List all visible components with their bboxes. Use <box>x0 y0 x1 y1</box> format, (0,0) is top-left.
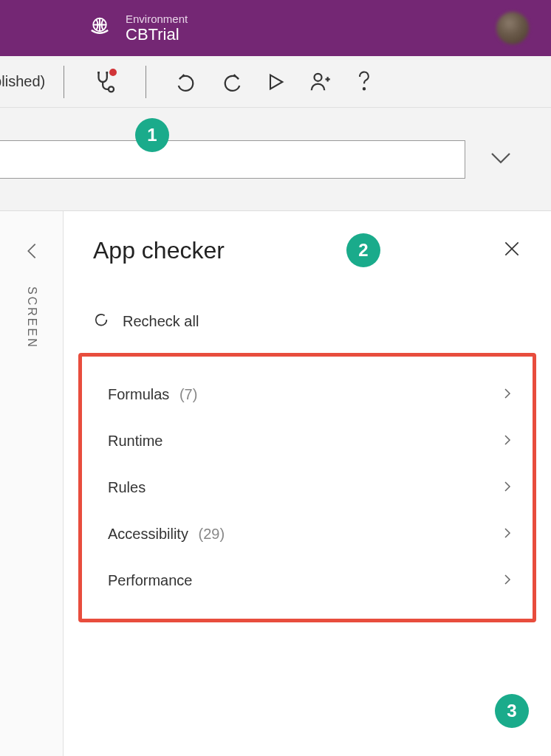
checker-header: App checker 2 <box>93 233 536 267</box>
chevron-right-icon <box>501 480 514 496</box>
redo-button[interactable] <box>215 66 247 98</box>
header-bar: Environment CBTrial <box>0 0 551 56</box>
toolbar: ublished) <box>0 56 551 108</box>
environment-name: CBTrial <box>126 25 188 44</box>
category-runtime[interactable]: Runtime <box>89 418 525 464</box>
categories-box: Formulas (7) Runtime Rules <box>78 353 536 622</box>
category-label: Runtime <box>108 433 168 450</box>
category-rules[interactable]: Rules <box>89 464 525 511</box>
app-checker-panel: App checker 2 Recheck all Formulas (7) <box>64 211 551 756</box>
back-button[interactable] <box>21 241 42 264</box>
recheck-all-button[interactable]: Recheck all <box>93 312 536 331</box>
callout-badge-2: 2 <box>346 233 380 267</box>
published-status: ublished) <box>0 73 45 90</box>
notification-dot-icon <box>109 69 117 76</box>
svg-point-3 <box>363 88 365 89</box>
category-label: Formulas (7) <box>108 386 197 403</box>
avatar[interactable] <box>496 12 529 44</box>
category-label: Accessibility (29) <box>108 526 225 543</box>
category-label: Performance <box>108 572 199 589</box>
undo-button[interactable] <box>171 66 203 98</box>
divider <box>64 66 64 98</box>
category-performance[interactable]: Performance <box>89 557 525 604</box>
category-label: Rules <box>108 479 151 496</box>
screen-label: SCREEN <box>25 286 38 349</box>
callout-badge-1: 1 <box>135 118 169 152</box>
callout-badge-3: 3 <box>495 694 529 728</box>
divider <box>146 66 146 98</box>
category-formulas[interactable]: Formulas (7) <box>89 371 525 418</box>
svg-point-2 <box>315 73 322 80</box>
environment-block[interactable]: Environment CBTrial <box>126 13 188 44</box>
globe-icon <box>89 16 111 41</box>
category-accessibility[interactable]: Accessibility (29) <box>89 511 525 557</box>
chevron-right-icon <box>501 387 514 403</box>
environment-label: Environment <box>126 13 188 25</box>
checker-title: App checker <box>93 237 225 264</box>
play-button[interactable] <box>259 66 292 98</box>
close-button[interactable] <box>502 239 521 261</box>
app-checker-button[interactable] <box>89 66 121 98</box>
chevron-right-icon <box>501 573 514 589</box>
refresh-icon <box>93 312 109 331</box>
recheck-label: Recheck all <box>123 313 199 330</box>
share-button[interactable] <box>304 66 336 98</box>
svg-point-1 <box>109 86 114 92</box>
left-rail: SCREEN <box>0 211 64 756</box>
formula-bar <box>0 108 551 211</box>
expand-formula-button[interactable] <box>487 145 514 174</box>
chevron-right-icon <box>501 526 514 543</box>
formula-input[interactable] <box>0 140 465 179</box>
main-area: SCREEN App checker 2 Recheck all For <box>0 211 551 756</box>
help-button[interactable] <box>348 66 380 98</box>
chevron-right-icon <box>501 433 514 450</box>
